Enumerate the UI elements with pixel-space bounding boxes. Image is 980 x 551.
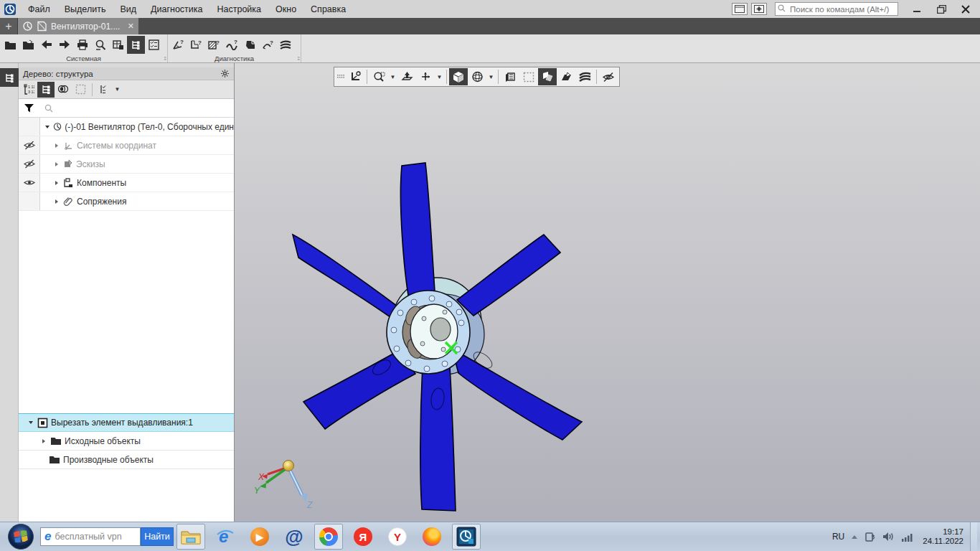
new-tab-button[interactable]: +: [0, 18, 18, 34]
close-button[interactable]: [956, 2, 976, 16]
tree-row-components[interactable]: Компоненты: [19, 174, 234, 192]
visibility-cell[interactable]: [19, 192, 40, 210]
blade-upper-left[interactable]: [293, 235, 403, 323]
show-desktop-button[interactable]: [970, 522, 977, 551]
expand-icon[interactable]: [53, 161, 60, 167]
move-component-button[interactable]: [416, 68, 435, 85]
properties-button[interactable]: [145, 36, 163, 54]
filter-button[interactable]: [19, 103, 39, 113]
fan-model[interactable]: X Y Z: [235, 63, 980, 522]
display-options-caret-icon[interactable]: ▼: [113, 86, 122, 93]
visibility-cell[interactable]: [19, 155, 40, 173]
menu-help[interactable]: Справка: [303, 0, 353, 18]
selected-feature-row[interactable]: Вырезать элемент выдавливания:1: [19, 413, 234, 432]
tree-row-mates[interactable]: Сопряжения: [19, 192, 234, 211]
blade-lower-right[interactable]: [452, 349, 582, 440]
restore-button[interactable]: [931, 2, 951, 16]
tree-row-sketches[interactable]: Эскизы: [19, 155, 234, 174]
measure-area-button[interactable]: ?: [205, 36, 223, 54]
insert-fragment-button[interactable]: [109, 36, 127, 54]
visibility-cell[interactable]: [19, 118, 40, 136]
firefox-taskbar-button[interactable]: [418, 524, 446, 550]
tree-row-coordinate-systems[interactable]: Системы координат: [19, 136, 234, 155]
menu-select[interactable]: Выделить: [57, 0, 113, 18]
tree-item-label[interactable]: Компоненты: [77, 178, 126, 188]
volume-icon[interactable]: [882, 532, 895, 542]
tree-item-label[interactable]: Эскизы: [76, 159, 105, 169]
tree-structure-button[interactable]: [37, 82, 55, 98]
tree-item-label[interactable]: Сопряжения: [77, 197, 126, 207]
chrome-taskbar-button[interactable]: [314, 524, 343, 550]
hide-objects-button[interactable]: [599, 68, 618, 85]
selection-area-button[interactable]: [72, 82, 89, 98]
tree-search-input[interactable]: [39, 101, 234, 116]
taskbar-search-box[interactable]: e: [40, 527, 141, 546]
back-button[interactable]: [37, 36, 55, 54]
minimize-button[interactable]: [907, 2, 927, 16]
coordinate-view-button[interactable]: [346, 68, 364, 85]
measure-curve-button[interactable]: ?: [223, 36, 241, 54]
open-recent-button[interactable]: [19, 36, 37, 54]
yandex-browser-taskbar-button[interactable]: Y: [383, 524, 412, 550]
orientation-button[interactable]: [397, 68, 416, 85]
measure-angle-button[interactable]: ?: [169, 36, 187, 54]
smoothness-button[interactable]: [277, 36, 295, 54]
tree-root-label[interactable]: (-)-01 Вентилятор (Тел-0, Сборочных един: [65, 122, 234, 132]
mass-properties-button[interactable]: [241, 36, 259, 54]
tray-expand-icon[interactable]: [851, 534, 858, 540]
folder-label[interactable]: Исходные объекты: [65, 436, 141, 446]
clock[interactable]: 19:17 24.11.2022: [923, 527, 963, 546]
window-layout-button[interactable]: [732, 3, 748, 15]
zoom-caret-icon[interactable]: ▼: [388, 74, 397, 80]
toolbar-grip-handle[interactable]: [336, 75, 346, 79]
collapse-icon[interactable]: [27, 420, 34, 425]
grouping-button[interactable]: [55, 82, 72, 98]
sketch-plane-button[interactable]: [557, 68, 575, 85]
menu-window[interactable]: Окно: [268, 0, 303, 18]
visibility-cell[interactable]: [19, 136, 40, 154]
print-preview-button[interactable]: [91, 36, 109, 54]
ie-taskbar-button[interactable]: e: [211, 524, 240, 550]
clip-view-button[interactable]: [538, 68, 557, 85]
tree-panel-toggle-button[interactable]: [0, 68, 19, 87]
viewport-3d[interactable]: X Y Z ▼ ▼: [235, 63, 980, 522]
blade-bottom[interactable]: [420, 364, 456, 511]
yandex-taskbar-button[interactable]: Я: [349, 524, 377, 550]
menu-settings[interactable]: Настройка: [210, 0, 269, 18]
document-tab[interactable]: Вентилятор-01.... ✕: [18, 18, 138, 34]
print-button[interactable]: [73, 36, 91, 54]
expand-icon[interactable]: [53, 199, 60, 204]
tree-ordered-button[interactable]: 1 113 12: [20, 82, 37, 98]
tree-row-root[interactable]: (-)-01 Вентилятор (Тел-0, Сборочных един: [19, 118, 234, 136]
wmp-taskbar-button[interactable]: ▶: [245, 524, 274, 550]
expand-icon[interactable]: [53, 180, 60, 186]
start-button[interactable]: [6, 523, 36, 550]
zoom-area-button[interactable]: [369, 68, 388, 85]
deviation-button[interactable]: ?: [259, 36, 277, 54]
tree-item-label[interactable]: Системы координат: [77, 141, 156, 151]
visibility-cell[interactable]: [19, 174, 40, 192]
blade-upper-right[interactable]: [457, 235, 560, 316]
section-view-button[interactable]: [501, 68, 519, 85]
tree-button[interactable]: [127, 36, 145, 54]
open-button[interactable]: [1, 36, 19, 54]
taskbar-search-input[interactable]: [55, 532, 126, 542]
measure-length-button[interactable]: ?: [187, 36, 205, 54]
source-objects-row[interactable]: Исходные объекты: [19, 432, 234, 451]
interface-settings-button[interactable]: [751, 3, 767, 15]
display-caret-icon[interactable]: ▼: [486, 74, 496, 80]
shaded-display-button[interactable]: [449, 68, 468, 85]
select-region-button[interactable]: [519, 68, 538, 85]
remove-hardware-icon[interactable]: [864, 531, 876, 542]
explorer-taskbar-button[interactable]: [176, 524, 205, 550]
zebra-stripes-button[interactable]: [575, 68, 594, 85]
search-go-button[interactable]: Найти: [141, 527, 174, 546]
mail-taskbar-button[interactable]: @: [280, 524, 308, 550]
command-search-input[interactable]: [775, 2, 898, 16]
tab-close-icon[interactable]: ✕: [128, 22, 134, 31]
blade-top[interactable]: [400, 163, 435, 301]
collapse-icon[interactable]: [44, 124, 50, 130]
move-caret-icon[interactable]: ▼: [435, 74, 444, 80]
menu-diagnostics[interactable]: Диагностика: [143, 0, 209, 18]
forward-button[interactable]: [55, 36, 73, 54]
